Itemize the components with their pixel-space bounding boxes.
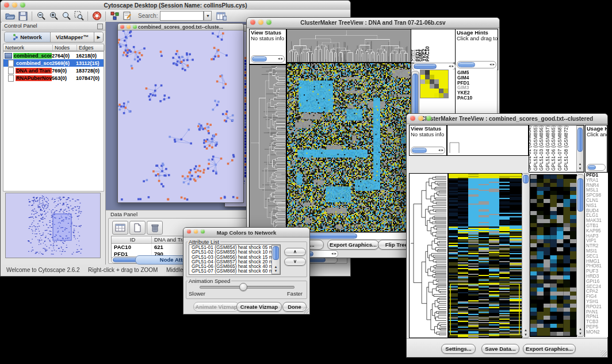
tv2-zoom-vscrollbar[interactable]: ▲ ▼ xyxy=(576,174,584,337)
zoom-out-button[interactable] xyxy=(35,11,47,21)
tv2-gene-list[interactable]: PFD1YRA1RNR4MSL1SPC98CLN1NIS1BUD4ELG1MAK… xyxy=(584,173,608,337)
attribute-list[interactable]: GPL51-01 (GSM854) heat shock 05 minGPL51… xyxy=(189,244,281,275)
heatmap-column-label[interactable]: GPL51-02 (GSM855) xyxy=(534,126,538,171)
scroll-up-icon[interactable]: ▲ xyxy=(577,162,583,166)
scroll-arrows-icon[interactable]: ◂ ▸ xyxy=(489,62,495,67)
zoom-window-icon[interactable] xyxy=(426,116,431,121)
column-header[interactable]: Edges xyxy=(77,45,105,51)
scroll-up-icon[interactable]: ▲ xyxy=(577,327,584,331)
tv2-global-vscrollbar[interactable]: ▲ ▼ xyxy=(522,173,530,338)
delete-attribute-trash-icon[interactable] xyxy=(147,221,163,235)
close-icon[interactable] xyxy=(120,25,124,29)
zoom-window-icon[interactable] xyxy=(201,229,205,233)
select-attributes-button[interactable] xyxy=(112,221,128,235)
zoom-fit-button[interactable] xyxy=(60,11,72,21)
column-header[interactable]: ID xyxy=(112,236,152,243)
minimize-icon[interactable] xyxy=(12,2,17,7)
tv1-similarity-matrix[interactable] xyxy=(420,70,449,98)
save-session-button[interactable] xyxy=(17,11,29,21)
zoom-window-icon[interactable] xyxy=(133,25,137,29)
slider-thumb[interactable] xyxy=(239,283,247,291)
minimize-icon[interactable] xyxy=(258,20,263,25)
search-input[interactable] xyxy=(160,11,204,21)
float-panel-icon[interactable] xyxy=(97,24,103,29)
attribute-list-vscrollbar[interactable]: ▲ ▼ xyxy=(271,245,280,274)
heatmap-column-label[interactable]: GPL51-03 (GSM856) xyxy=(540,126,544,171)
gene-label[interactable]: MON2 xyxy=(585,330,608,335)
tv2-zoom-heatmap[interactable] xyxy=(530,174,577,337)
open-session-button[interactable] xyxy=(4,11,17,21)
zoom-in-button[interactable] xyxy=(47,11,60,21)
scroll-arrows-icon[interactable]: ◂ ▸ xyxy=(438,147,443,153)
tab-network[interactable]: Network xyxy=(5,32,51,42)
network-row[interactable]: DNA and Tran 07769(0)183728(0) xyxy=(3,67,104,74)
attribute-browser-icon[interactable] xyxy=(215,11,228,21)
treeview2-titlebar[interactable]: ClusterMaker TreeView : combined_scores_… xyxy=(407,114,607,124)
zoom-window-icon[interactable] xyxy=(266,20,271,25)
animate-vizmap-button[interactable]: Animate Vizmap xyxy=(193,302,239,312)
create-vizmap-button[interactable]: Create Vizmap xyxy=(236,302,282,312)
close-icon[interactable] xyxy=(4,2,9,7)
network-overview-canvas[interactable] xyxy=(6,193,100,258)
heatmap-column-label[interactable]: GPL51-07 (GSM868) xyxy=(558,126,562,171)
tv2-usage-hints-scrollbar[interactable] xyxy=(587,164,606,171)
close-icon[interactable] xyxy=(187,229,191,233)
search-dropdown-button[interactable]: ▼ xyxy=(204,11,212,21)
network-palette-icon[interactable] xyxy=(108,11,121,21)
column-header[interactable]: Network xyxy=(3,45,53,51)
new-attribute-button[interactable] xyxy=(129,221,146,235)
network-window-1-titlebar[interactable]: combined_scores_good.txt--cluste... xyxy=(118,24,243,30)
heatmap-column-label[interactable]: GPL51-01 (GSM854) xyxy=(529,126,531,171)
settings-button[interactable]: Settings... xyxy=(441,344,476,354)
scroll-down-icon[interactable]: ▼ xyxy=(272,269,280,273)
matrix-row-label[interactable]: PAC10 xyxy=(457,95,495,101)
tv2-global-heatmap[interactable] xyxy=(448,173,522,338)
move-up-button[interactable]: ∧ xyxy=(284,248,306,256)
tv2-labels-vscrollbar[interactable]: ▲ ▼ xyxy=(576,125,584,172)
scroll-down-icon[interactable]: ▼ xyxy=(522,333,529,337)
tv2-view-status-scrollbar[interactable]: ◂ ▸ xyxy=(411,147,445,154)
close-icon[interactable] xyxy=(410,116,415,121)
scroll-up-icon[interactable]: ▲ xyxy=(272,265,280,269)
network-view-1-canvas[interactable] xyxy=(118,30,242,202)
tab-vizmapper[interactable]: VizMapper™ xyxy=(51,32,94,42)
tv2-row-dendrogram[interactable] xyxy=(409,173,448,338)
tv1-column-dendrogram[interactable] xyxy=(286,29,411,63)
tv1-view-status-scrollbar[interactable]: ◂ ▸ xyxy=(251,55,285,63)
heatmap-column-label[interactable]: GPL51-08 (GSM872) xyxy=(564,126,568,171)
scroll-arrows-icon[interactable]: ◂ ▸ xyxy=(331,251,336,256)
scroll-arrows-icon[interactable]: ◂ ▸ xyxy=(278,56,283,62)
close-icon[interactable] xyxy=(250,20,255,25)
tv2-column-dendrogram-area[interactable] xyxy=(447,125,529,156)
network-row[interactable]: RNAPuberNov2+|563(0)107847(0) xyxy=(3,74,104,82)
annotation-icon[interactable] xyxy=(121,11,133,21)
treeview1-titlebar[interactable]: ClusterMaker TreeView : DNA and Tran 07-… xyxy=(247,18,499,28)
network-row[interactable]: combined_sco2569(6)13112(15) xyxy=(3,59,104,67)
minimize-icon[interactable] xyxy=(194,229,198,233)
network-row[interactable]: combined_scores2764(0)16218(0) xyxy=(3,52,104,59)
minimize-icon[interactable] xyxy=(127,25,131,29)
scroll-down-icon[interactable]: ▼ xyxy=(577,332,584,336)
resize-grip-icon[interactable] xyxy=(303,307,309,313)
move-down-button[interactable]: ∨ xyxy=(284,258,306,266)
scroll-down-icon[interactable]: ▼ xyxy=(577,167,583,171)
attribute-item[interactable]: GPL51-07 (GSM868) heat shock 60 min xyxy=(190,269,274,273)
resize-grip-icon[interactable] xyxy=(600,350,607,357)
export-graphics-button[interactable]: Export Graphics... xyxy=(327,240,379,250)
help-lifering-icon[interactable] xyxy=(90,11,103,21)
dialog-titlebar[interactable]: Map Colors to Network xyxy=(183,228,309,237)
heatmap-column-label[interactable]: GPL51-04 (GSM857) xyxy=(546,126,550,171)
heatmap-column-label[interactable]: GPL51-06 (GSM865) xyxy=(552,126,556,171)
main-titlebar[interactable]: Cytoscape Desktop (Session Name: collins… xyxy=(1,1,350,10)
scroll-arrows-icon[interactable]: ◂ ▸ xyxy=(449,64,454,68)
tab-overflow-button[interactable]: ▶ xyxy=(94,32,103,42)
tv1-row-dendrogram[interactable] xyxy=(249,64,286,232)
zoom-window-icon[interactable] xyxy=(20,2,25,7)
zoom-selected-button[interactable] xyxy=(72,11,85,21)
column-header[interactable]: Nodes xyxy=(53,45,77,51)
save-data-button[interactable]: Save Data... xyxy=(481,344,519,354)
minimize-icon[interactable] xyxy=(418,116,423,121)
scroll-up-icon[interactable]: ▲ xyxy=(522,328,529,332)
heatmap-column-label[interactable]: PAC10 xyxy=(426,46,430,62)
export-graphics-button[interactable]: Export Graphics... xyxy=(523,344,576,354)
